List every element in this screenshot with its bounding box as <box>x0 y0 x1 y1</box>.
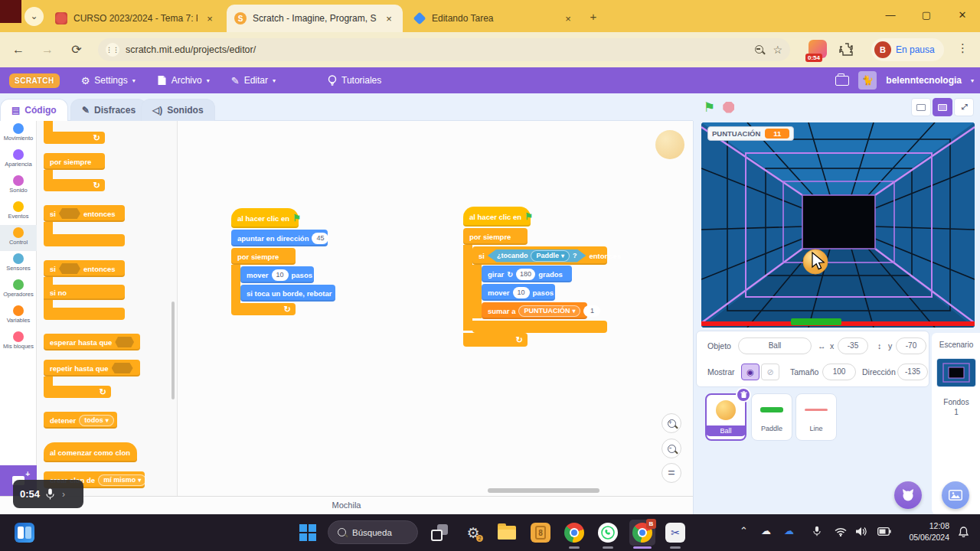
palette-block-if-else[interactable]: si entonces <box>44 260 125 277</box>
zoom-reset-button[interactable]: = <box>662 463 681 483</box>
sprite-card-line[interactable]: Line <box>795 393 837 441</box>
condition-slot[interactable] <box>115 337 134 347</box>
menu-tutorials[interactable]: Tutoriales <box>317 67 392 93</box>
onedrive-blue-cloud-icon[interactable]: ☁ <box>784 525 794 536</box>
y-input[interactable]: -70 <box>896 337 926 354</box>
palette-block-if-else-spine[interactable] <box>44 277 53 285</box>
palette-block-if-else-bottom[interactable] <box>44 308 125 320</box>
block-forever-2[interactable]: por siempre <box>463 228 528 245</box>
condition-slot[interactable] <box>59 208 80 219</box>
show-hidden-button[interactable]: ⊘ <box>761 364 779 380</box>
menu-edit[interactable]: ✎ Editar ▾ <box>220 67 286 93</box>
palette-block-repeat-until-spine[interactable] <box>44 377 53 386</box>
block-forever-spine[interactable] <box>231 265 240 303</box>
username[interactable]: belenntecnologia <box>886 75 962 86</box>
tab-costumes[interactable]: ✎ Disfraces <box>70 99 147 121</box>
steps-input[interactable]: 10 <box>513 287 530 298</box>
category-sensores[interactable]: Sensores <box>0 251 37 277</box>
normal-stage-button[interactable] <box>933 98 952 116</box>
fullscreen-button[interactable]: ⤢ <box>954 98 974 116</box>
microphone-icon[interactable] <box>46 488 54 500</box>
block-point-in-direction[interactable]: apuntar en dirección 45 <box>231 230 328 246</box>
direction-input[interactable]: -135 <box>897 364 928 380</box>
block-forever-bottom[interactable]: ↻ <box>231 303 296 315</box>
category-mis-bloques[interactable]: Mis bloques <box>0 329 37 355</box>
show-visible-button[interactable]: ◉ <box>741 364 760 380</box>
volume-icon[interactable] <box>856 527 867 536</box>
variable-readout[interactable]: PUNTUACIÓN 11 <box>707 126 794 141</box>
direction-input[interactable]: 45 <box>312 233 328 244</box>
chrome-active-icon[interactable]: B <box>629 520 655 546</box>
zoom-indicator-icon[interactable] <box>755 44 763 56</box>
tab-close-icon[interactable]: × <box>383 13 395 24</box>
menu-settings[interactable]: ⚙ Settings ▾ <box>70 67 146 93</box>
small-stage-button[interactable] <box>911 98 931 116</box>
zoom-out-button[interactable]: - <box>662 439 681 458</box>
block-move-steps[interactable]: mover 10 pasos <box>240 266 314 283</box>
whatsapp-icon[interactable] <box>597 522 619 543</box>
tab-search-chevron-icon[interactable]: ⌄ <box>24 7 44 26</box>
delete-sprite-button[interactable] <box>736 387 751 403</box>
tab-sounds[interactable]: ◁) Sonidos <box>141 99 215 121</box>
browser-menu-kebab-icon[interactable]: ⋮ <box>957 41 969 55</box>
palette-block-forever-spine[interactable] <box>44 170 53 179</box>
degrees-input[interactable]: 180 <box>516 269 535 280</box>
address-bar[interactable]: ⋮⋮ scratch.mit.edu/projects/editor/ ☆ <box>98 38 790 61</box>
site-info-icon[interactable]: ⋮⋮ <box>106 43 119 57</box>
block-if-touching[interactable]: si ¿tocando Paddle▾ ? entonces <box>472 246 607 265</box>
category-eventos[interactable]: Eventos <box>0 199 37 225</box>
browser-tab-tarea[interactable]: Editando Tarea × <box>406 5 582 32</box>
tray-microphone-icon[interactable] <box>813 526 821 536</box>
palette-block-repeat-until-bottom[interactable]: ↻ <box>44 386 111 398</box>
category-variables[interactable]: Variables <box>0 303 37 329</box>
taskbar-pinned-app-icon[interactable] <box>14 522 35 543</box>
block-if-on-edge-bounce[interactable]: si toca un borde, rebotar <box>240 285 335 302</box>
sprite-name-input[interactable]: Ball <box>738 337 812 354</box>
tab-close-icon[interactable]: × <box>562 13 574 24</box>
browser-tab-curso[interactable]: CURSO 2023/2024 - Tema 7: Pr × <box>47 5 224 32</box>
menu-file[interactable]: Archivo ▾ <box>146 67 220 93</box>
palette-scrollbar[interactable] <box>172 302 175 399</box>
scratch-logo[interactable]: SCRATCH <box>9 73 60 88</box>
category-movimiento[interactable]: Movimiento <box>0 121 37 147</box>
scratch-app-icon[interactable]: 8 <box>530 522 551 543</box>
condition-slot[interactable] <box>112 363 133 373</box>
back-button[interactable]: ← <box>8 39 29 60</box>
tray-expand-chevron-icon[interactable]: ⌃ <box>740 525 748 536</box>
block-touching-condition[interactable]: ¿tocando Paddle▾ ? <box>488 249 586 262</box>
add-backdrop-button[interactable] <box>942 481 969 509</box>
block-when-flag-clicked-2[interactable]: al hacer clic en ⚑ <box>463 207 531 227</box>
category-control[interactable]: Control <box>0 225 37 251</box>
stop-button[interactable] <box>723 102 734 113</box>
sprite-card-ball[interactable]: Ball <box>705 393 746 441</box>
chrome-icon[interactable] <box>564 522 585 543</box>
block-forever[interactable]: por siempre <box>231 248 296 265</box>
task-view-button[interactable] <box>429 522 450 543</box>
add-sprite-button[interactable] <box>894 481 922 509</box>
palette-block-if-bottom[interactable] <box>44 234 125 246</box>
code-workspace[interactable]: al hacer clic en ⚑ apuntar en dirección … <box>178 121 693 496</box>
stage[interactable]: PUNTUACIÓN 11 <box>701 122 975 328</box>
taskbar-clock[interactable]: 12:08 05/06/2024 <box>909 520 949 543</box>
category-apariencia[interactable]: Apariencia <box>0 147 37 173</box>
size-input[interactable]: 100 <box>822 364 856 380</box>
variable-dropdown[interactable]: PUNTUACIÓN▾ <box>518 305 580 317</box>
palette-block-stop[interactable]: detener todos▾ <box>44 412 117 429</box>
palette-block-repeat-until[interactable]: repetir hasta que <box>44 360 140 377</box>
battery-icon[interactable] <box>877 527 891 536</box>
condition-slot[interactable] <box>59 263 80 274</box>
backpack-bar[interactable]: Mochila <box>0 496 693 514</box>
user-avatar[interactable]: 🐈 <box>858 71 877 90</box>
touching-dropdown[interactable]: Paddle▾ <box>531 250 570 262</box>
chevron-down-icon[interactable]: ▾ <box>971 77 974 84</box>
palette-block-wait-until[interactable]: esperar hasta que <box>44 334 140 350</box>
palette-block-if[interactable]: si entonces <box>44 205 125 222</box>
window-minimize-button[interactable]: — <box>873 0 908 31</box>
value-input[interactable]: 1 <box>583 305 600 317</box>
settings-gear-icon[interactable]: ⚙2 <box>462 522 484 543</box>
block-when-flag-clicked[interactable]: al hacer clic en ⚑ <box>231 208 299 228</box>
sprite-card-paddle[interactable]: Paddle <box>751 393 792 441</box>
recorder-extension-icon[interactable]: 0:54 <box>808 40 827 58</box>
palette-block-when-clone[interactable]: al comenzar como clon <box>44 442 137 462</box>
expand-chevron-icon[interactable]: › <box>62 489 65 500</box>
